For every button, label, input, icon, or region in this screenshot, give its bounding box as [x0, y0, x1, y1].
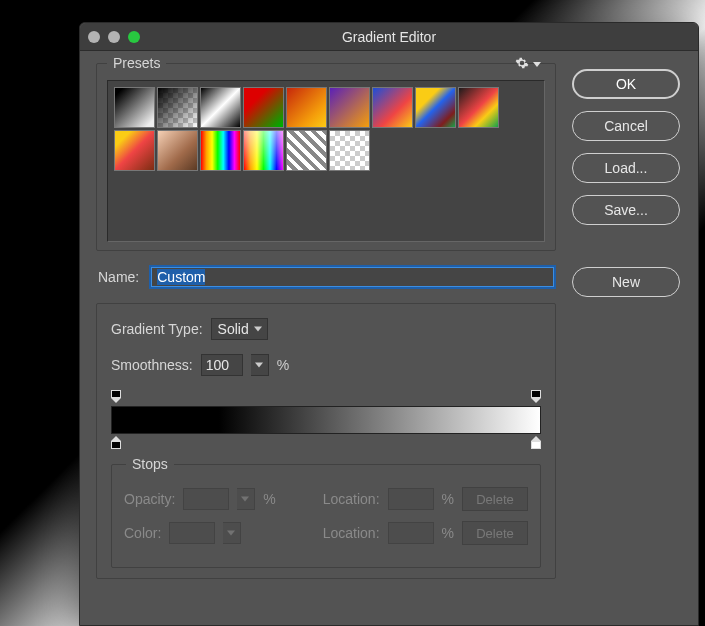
- name-row: Name:: [98, 265, 556, 289]
- opacity-location-label: Location:: [323, 491, 380, 507]
- opacity-label: Opacity:: [124, 491, 175, 507]
- smoothness-stepper[interactable]: [251, 354, 269, 376]
- chevron-down-icon: [241, 497, 249, 502]
- presets-menu-button[interactable]: [515, 56, 541, 73]
- preset-swatch[interactable]: [415, 87, 456, 128]
- color-label: Color:: [124, 525, 161, 541]
- titlebar[interactable]: Gradient Editor: [80, 23, 698, 51]
- opacity-stop[interactable]: [110, 390, 122, 404]
- chevron-down-icon: [255, 363, 263, 368]
- cancel-button[interactable]: Cancel: [572, 111, 680, 141]
- chevron-down-icon: [227, 531, 235, 536]
- gradient-settings: Gradient Type: Solid Smoothness: %: [96, 303, 556, 579]
- gradient-bar[interactable]: [111, 406, 541, 434]
- gear-icon: [515, 56, 529, 73]
- preset-swatch[interactable]: [243, 130, 284, 171]
- gradient-type-label: Gradient Type:: [111, 321, 203, 337]
- name-label: Name:: [98, 269, 139, 285]
- minimize-window-button[interactable]: [108, 31, 120, 43]
- delete-opacity-stop-button[interactable]: Delete: [462, 487, 528, 511]
- stops-label: Stops: [126, 456, 174, 472]
- preset-swatch[interactable]: [114, 130, 155, 171]
- stops-fieldset: Stops Opacity: % Location: % Delete Colo…: [111, 464, 541, 568]
- save-button[interactable]: Save...: [572, 195, 680, 225]
- gradient-editor-window: Gradient Editor Presets: [79, 22, 699, 626]
- preset-swatch[interactable]: [200, 87, 241, 128]
- load-button[interactable]: Load...: [572, 153, 680, 183]
- color-swatch-input[interactable]: [169, 522, 215, 544]
- window-title: Gradient Editor: [80, 29, 698, 45]
- color-location-input[interactable]: [388, 522, 434, 544]
- preset-swatch[interactable]: [243, 87, 284, 128]
- presets-fieldset: Presets: [96, 63, 556, 251]
- preset-swatch[interactable]: [286, 130, 327, 171]
- smoothness-input[interactable]: [201, 354, 243, 376]
- opacity-location-input[interactable]: [388, 488, 434, 510]
- left-column: Presets: [96, 63, 556, 579]
- color-stop[interactable]: [110, 436, 122, 450]
- preset-swatch[interactable]: [458, 87, 499, 128]
- window-controls: [88, 31, 140, 43]
- maximize-window-button[interactable]: [128, 31, 140, 43]
- opacity-stop[interactable]: [530, 390, 542, 404]
- preset-swatch[interactable]: [372, 87, 413, 128]
- new-button[interactable]: New: [572, 267, 680, 297]
- name-input[interactable]: [149, 265, 556, 289]
- dialog-content: Presets: [80, 51, 698, 589]
- preset-swatch[interactable]: [157, 87, 198, 128]
- preset-swatch[interactable]: [286, 87, 327, 128]
- opacity-input[interactable]: [183, 488, 229, 510]
- preset-swatch[interactable]: [157, 130, 198, 171]
- color-picker-button[interactable]: [223, 522, 241, 544]
- preset-swatch[interactable]: [329, 87, 370, 128]
- close-window-button[interactable]: [88, 31, 100, 43]
- opacity-unit: %: [263, 491, 275, 507]
- chevron-down-icon: [533, 62, 541, 67]
- color-location-unit: %: [442, 525, 454, 541]
- smoothness-label: Smoothness:: [111, 357, 193, 373]
- gradient-type-select[interactable]: Solid: [211, 318, 268, 340]
- color-stop[interactable]: [530, 436, 542, 450]
- ok-button[interactable]: OK: [572, 69, 680, 99]
- preset-swatch[interactable]: [200, 130, 241, 171]
- opacity-stepper[interactable]: [237, 488, 255, 510]
- preset-swatch[interactable]: [114, 87, 155, 128]
- presets-label: Presets: [107, 55, 166, 71]
- chevron-down-icon: [254, 327, 262, 332]
- smoothness-unit: %: [277, 357, 289, 373]
- delete-color-stop-button[interactable]: Delete: [462, 521, 528, 545]
- color-location-label: Location:: [323, 525, 380, 541]
- presets-list[interactable]: [107, 80, 545, 242]
- gradient-type-value: Solid: [218, 321, 249, 337]
- opacity-location-unit: %: [442, 491, 454, 507]
- gradient-ramp: [111, 390, 541, 450]
- preset-swatch[interactable]: [329, 130, 370, 171]
- right-column: OK Cancel Load... Save... New: [572, 63, 682, 579]
